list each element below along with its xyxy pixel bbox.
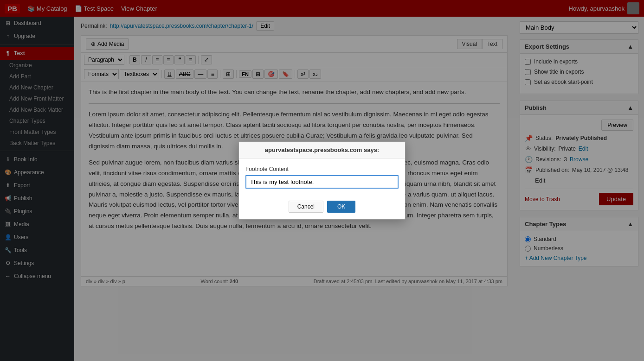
modal-footnote-label: Footnote Content bbox=[245, 166, 399, 172]
modal-ok-button[interactable]: OK bbox=[327, 201, 355, 213]
modal-site-title: apurvatestspace.pressbooks.com says: bbox=[245, 146, 399, 153]
modal-cancel-button[interactable]: Cancel bbox=[289, 201, 323, 213]
modal-box: apurvatestspace.pressbooks.com says: Foo… bbox=[238, 141, 406, 220]
modal-body: Footnote Content bbox=[239, 158, 405, 196]
modal-overlay: apurvatestspace.pressbooks.com says: Foo… bbox=[0, 0, 644, 361]
modal-footnote-input[interactable] bbox=[245, 175, 399, 189]
modal-actions: Cancel OK bbox=[239, 196, 405, 219]
modal-header: apurvatestspace.pressbooks.com says: bbox=[239, 142, 405, 158]
